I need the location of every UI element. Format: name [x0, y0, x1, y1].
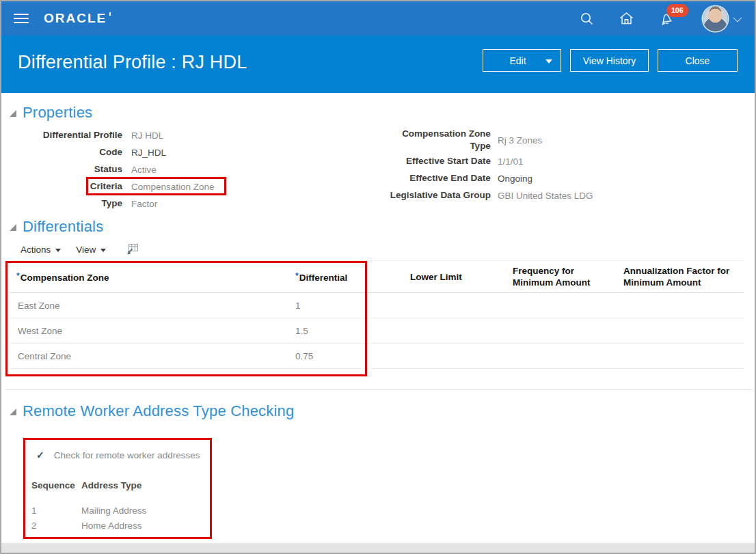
- view-history-button[interactable]: View History: [570, 49, 649, 72]
- table-header-row: *Compensation Zone *Differential Lower L…: [10, 261, 744, 293]
- notification-count-badge[interactable]: 106: [666, 4, 688, 17]
- field-criteria: Criteria Compensation Zone: [18, 178, 358, 195]
- differentials-table: *Compensation Zone *Differential Lower L…: [10, 260, 744, 369]
- differentials-heading: Differentials: [23, 218, 103, 236]
- column-header-differential[interactable]: *Differential: [294, 261, 400, 293]
- collapse-triangle-icon[interactable]: [10, 408, 16, 415]
- remote-worker-section-header: Remote Worker Address Type Checking: [10, 401, 744, 421]
- edit-button[interactable]: Edit: [483, 49, 561, 72]
- field-effective-start-date: Effective Start Date 1/1/01: [366, 153, 744, 170]
- notifications-bell-icon[interactable]: 106: [659, 10, 675, 27]
- table-row[interactable]: East Zone 1: [10, 293, 744, 318]
- remote-worker-heading: Remote Worker Address Type Checking: [23, 402, 294, 420]
- field-effective-end-date: Effective End Date Ongoing: [366, 170, 744, 187]
- page-content: Properties Differential Profile RJ HDL C…: [1, 93, 755, 553]
- field-legislative-data-group: Legislative Data Group GBI United States…: [366, 187, 744, 204]
- checkmark-icon: [36, 450, 44, 460]
- close-button[interactable]: Close: [658, 49, 738, 72]
- home-icon[interactable]: [619, 11, 634, 26]
- remote-addresses-checkbox[interactable]: Check for remote worker addresses: [25, 448, 210, 462]
- field-type: Type Factor: [18, 195, 358, 212]
- differentials-toolbar: Actions View: [21, 241, 744, 258]
- section-divider: [5, 389, 752, 390]
- collapse-triangle-icon[interactable]: [10, 224, 16, 231]
- application-window: ORACLE 106: [0, 0, 756, 554]
- caret-down-icon: [100, 249, 106, 252]
- search-icon[interactable]: [580, 12, 594, 26]
- collapse-triangle-icon[interactable]: [10, 110, 16, 117]
- sequence-row[interactable]: 2 Home Address: [31, 518, 210, 533]
- sequence-table: Sequence Address Type 1 Mailing Address …: [31, 478, 210, 533]
- oracle-logo: ORACLE: [44, 11, 111, 26]
- chevron-down-icon: [733, 13, 742, 22]
- field-code: Code RJ_HDL: [18, 144, 358, 161]
- hamburger-menu-icon[interactable]: [14, 11, 29, 26]
- annotation-box-remote-worker: Check for remote worker addresses Sequen…: [23, 438, 212, 539]
- global-navbar: ORACLE 106: [1, 1, 755, 36]
- sequence-table-header: Sequence Address Type: [31, 478, 210, 492]
- actions-menu[interactable]: Actions: [21, 245, 61, 255]
- properties-section-header: Properties: [10, 102, 744, 123]
- differentials-section-header: Differentials: [10, 217, 744, 237]
- table-row[interactable]: West Zone 1.5: [10, 318, 744, 344]
- caret-down-icon: [55, 249, 61, 252]
- view-menu[interactable]: View: [76, 245, 106, 255]
- properties-heading: Properties: [23, 104, 92, 122]
- page-header: Differential Profile : RJ HDL Edit View …: [1, 36, 755, 93]
- field-differential-profile: Differential Profile RJ HDL: [18, 127, 358, 144]
- differentials-table-container: *Compensation Zone *Differential Lower L…: [10, 260, 744, 369]
- column-header-compensation-zone[interactable]: *Compensation Zone: [10, 261, 294, 293]
- column-header-annualization[interactable]: Annualization Factor for Minimum Amount: [612, 261, 744, 293]
- edit-dropdown-caret-icon[interactable]: [545, 59, 552, 64]
- detach-table-icon[interactable]: [126, 243, 139, 255]
- user-menu[interactable]: [703, 6, 740, 31]
- column-header-frequency[interactable]: Frequency for Minimum Amount: [502, 261, 612, 293]
- table-row[interactable]: Central Zone 0.75: [10, 344, 744, 369]
- sequence-row[interactable]: 1 Mailing Address: [31, 503, 210, 518]
- page-bottom-strip: [1, 543, 755, 553]
- field-status: Status Active: [18, 161, 358, 178]
- column-header-lower-limit[interactable]: Lower Limit: [400, 261, 502, 293]
- user-avatar[interactable]: [703, 6, 728, 31]
- properties-form: Differential Profile RJ HDL Code RJ_HDL …: [18, 127, 744, 212]
- field-compensation-zone-type: Compensation Zone Type Rj 3 Zones: [366, 127, 744, 153]
